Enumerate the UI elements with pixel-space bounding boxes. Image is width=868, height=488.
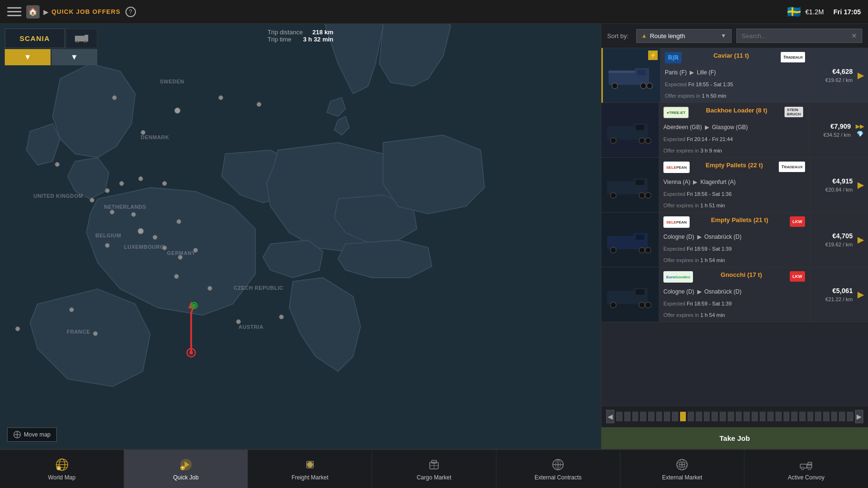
page-dot-30[interactable]: [847, 412, 853, 421]
route-to-3: Klagenfurt (A): [700, 179, 735, 185]
job-select-arrow-1[interactable]: ▶: [858, 70, 868, 81]
external-contracts-icon: [550, 457, 566, 472]
dropdown-btn-2[interactable]: ▼: [52, 49, 97, 65]
svg-point-27: [645, 138, 651, 143]
sort-dropdown[interactable]: ▲ Route length ▼: [636, 29, 732, 43]
page-dot-7[interactable]: [664, 412, 670, 421]
job-truck-3: [601, 158, 659, 212]
page-dot-8[interactable]: [672, 412, 678, 421]
price-col-5: €5,061 €21.22 / km: [810, 267, 858, 322]
nav-item-external-market[interactable]: External Market: [620, 450, 744, 488]
page-dot-5[interactable]: [648, 412, 654, 421]
truck-tab[interactable]: [66, 29, 97, 48]
page-dot-6[interactable]: [656, 412, 662, 421]
page-dot-12[interactable]: [704, 412, 710, 421]
page-dot-21[interactable]: [775, 412, 782, 421]
page-dot-17[interactable]: [744, 412, 750, 421]
page-dot-15[interactable]: [728, 412, 734, 421]
search-clear-icon[interactable]: ✕: [851, 32, 857, 40]
page-dot-19[interactable]: [760, 412, 766, 421]
search-input[interactable]: [742, 32, 851, 40]
page-dot-22[interactable]: [784, 412, 790, 421]
job-list[interactable]: ⚡ ℝ|ℝ Caviar (11 t) TRADEAUX Paris (F): [601, 48, 868, 406]
menu-button[interactable]: [7, 5, 21, 19]
nav-item-world-map[interactable]: ◎ World Map: [0, 450, 124, 488]
take-job-button[interactable]: Take Job: [601, 427, 868, 449]
map-svg: [0, 24, 601, 449]
cargo-market-icon: [426, 457, 442, 472]
page-dot-26[interactable]: [815, 412, 821, 421]
page-dot-29[interactable]: [839, 412, 845, 421]
page-dot-23[interactable]: [791, 412, 797, 421]
page-dot-13[interactable]: [712, 412, 718, 421]
search-box[interactable]: ✕: [736, 29, 862, 43]
home-button[interactable]: 🏠: [26, 5, 40, 19]
map-dot-20: [178, 255, 183, 260]
job-item-4[interactable]: SELEPEAN Empty Pallets (21 t) LKW Cologn…: [601, 213, 868, 267]
help-button[interactable]: ?: [125, 7, 136, 17]
price-main-2: €7,909: [830, 122, 851, 130]
page-dot-18[interactable]: [752, 412, 758, 421]
route-arrow-2: ▶: [705, 124, 709, 131]
page-dot-20[interactable]: [767, 412, 774, 421]
price-km-3: €20.84 / km: [826, 187, 853, 193]
job-item-2[interactable]: ●TREE-ET Backhoe Loader (8 t) STEINBRUCH…: [601, 103, 868, 158]
nav-item-quick-job[interactable]: Quick Job: [124, 450, 248, 488]
page-dot-10[interactable]: [688, 412, 694, 421]
page-prev-button[interactable]: ◀: [606, 410, 614, 423]
page-dot-16[interactable]: [736, 412, 742, 421]
job-select-arrow-4[interactable]: ▶: [858, 234, 868, 245]
page-dot-1[interactable]: [616, 412, 622, 421]
job-select-arrow-5[interactable]: ▶: [858, 289, 868, 300]
cargo-name-1: Caviar (11 t): [682, 52, 781, 59]
page-dot-24[interactable]: [799, 412, 806, 421]
job-details-1: ℝ|ℝ Caviar (11 t) TRADEAUX Paris (F) ▶ L…: [660, 48, 810, 102]
job-truck-1: ⚡: [603, 48, 660, 102]
route-arrow-3: ▶: [693, 179, 697, 185]
page-dot-14[interactable]: [720, 412, 726, 421]
page-dot-9[interactable]: [680, 412, 686, 421]
svg-point-44: [639, 302, 645, 308]
page-dot-25[interactable]: [807, 412, 814, 421]
page-dot-28[interactable]: [831, 412, 837, 421]
route-arrow-5: ▶: [697, 288, 702, 295]
page-dot-27[interactable]: [823, 412, 829, 421]
job-truck-4: [601, 213, 659, 267]
job-item-1[interactable]: ⚡ ℝ|ℝ Caviar (11 t) TRADEAUX Paris (F): [601, 48, 868, 103]
company-logo-5: EuroGoodies: [663, 271, 693, 283]
job-select-arrow-3[interactable]: ▶: [858, 180, 868, 190]
page-dot-3[interactable]: [632, 412, 639, 421]
svg-point-38: [639, 247, 645, 253]
page-dot-4[interactable]: [640, 412, 646, 421]
right-panel: Sort by: ▲ Route length ▼ ✕: [601, 24, 868, 449]
page-dot-2[interactable]: [624, 412, 630, 421]
nav-item-freight-market[interactable]: Freight Market: [248, 450, 372, 488]
job-item-3[interactable]: SELEPEAN Empty Pallets (22 t) TRADEAUX V…: [601, 158, 868, 213]
page-dot-11[interactable]: [696, 412, 702, 421]
truck-illustration-2: [606, 116, 654, 144]
svg-point-19: [641, 83, 646, 89]
dropdown-btn-1[interactable]: ▼: [5, 49, 51, 65]
nav-item-active-convoy[interactable]: Active Convoy: [744, 450, 868, 488]
move-map-button[interactable]: Move map: [7, 427, 57, 442]
svg-rect-40: [607, 291, 633, 304]
scania-tab[interactable]: SCANIA: [5, 29, 65, 48]
lightning-badge-1: ⚡: [648, 51, 658, 60]
price-main-4: €4,705: [832, 232, 853, 240]
page-next-button[interactable]: ▶: [855, 410, 863, 423]
nav-item-cargo-market[interactable]: Cargo Market: [372, 450, 496, 488]
nav-label-cargo-market: Cargo Market: [417, 474, 452, 481]
job-item-5[interactable]: EuroGoodies Gnocchi (17 t) LKW Cologne (…: [601, 267, 868, 322]
cargo-name-5: Gnocchi (17 t): [693, 271, 789, 278]
svg-point-20: [647, 83, 652, 89]
chevron-down-icon: ▼: [721, 32, 726, 39]
map-dot-13: [131, 212, 136, 217]
nav-item-external-contracts[interactable]: External Contracts: [496, 450, 620, 488]
svg-point-78: [801, 467, 804, 470]
job-truck-2: [601, 103, 659, 157]
price-km-2: €34.52 / km: [824, 132, 851, 138]
map-dot-21: [174, 274, 179, 279]
sort-direction-icon: ▲: [641, 32, 647, 39]
map-area[interactable]: Sweden Denmark United Kingdom Netherland…: [0, 24, 601, 449]
truck-illustration-1: [608, 61, 655, 90]
